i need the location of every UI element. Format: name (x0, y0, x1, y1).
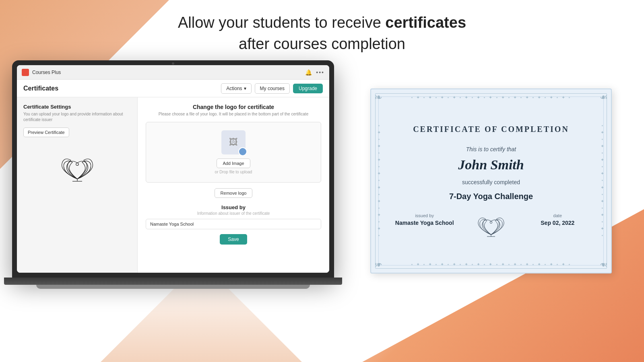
cert-logo-area (458, 213, 524, 237)
certificate-title: CERTIFICATE OF COMPLETION (391, 125, 591, 134)
lotus-icon (61, 152, 93, 184)
app-ui: Courses Plus 🔔 ••• Certificates Actions … (17, 65, 329, 273)
image-icon: 🖼 (229, 137, 238, 148)
toolbar: Certificates Actions ▾ My courses Upgrad… (17, 80, 329, 97)
hero-title: Allow your students to receive certifica… (0, 12, 644, 55)
remove-logo-button[interactable]: Remove logo (215, 188, 253, 198)
cert-top-ornament: ⋆ ✦ ⋆ ✦ ⋆ ✦ ⋆ ✦ ⋆ ✦ ⋆ ✦ ⋆ ✦ ⋆ ✦ ⋆ ✦ ⋆ ✦ … (385, 95, 597, 100)
cert-issued-by-value: Namaste Yoga School (391, 220, 458, 226)
cert-date-section: date Sep 02, 2022 (524, 213, 591, 226)
add-image-button[interactable]: Add Image (217, 158, 250, 168)
hero-text-bold: certificates (385, 14, 466, 31)
issued-by-hint: Information about issuer of the certific… (146, 211, 321, 216)
laptop-shell: Courses Plus 🔔 ••• Certificates Actions … (12, 60, 334, 278)
panel-title: Change the logo for certificate (146, 104, 321, 110)
laptop-base (4, 278, 342, 285)
page-title: Certificates (23, 85, 58, 92)
upgrade-button[interactable]: Upgrade (293, 84, 323, 93)
hero-text-part2: after courses completion (239, 35, 405, 52)
actions-label: Actions (226, 86, 242, 91)
drop-text: or Drop file to upload (215, 170, 252, 174)
certificate-footer: issued by Namaste Yoga School (391, 213, 591, 237)
right-panel: Change the logo for certificate Please c… (138, 97, 329, 273)
actions-button[interactable]: Actions ▾ (221, 83, 251, 94)
sidebar-description: You can upload your logo and provide inf… (23, 111, 131, 123)
certificate-content: CERTIFICATE OF COMPLETION This is to cer… (391, 125, 591, 237)
certificate-preview: ❧ ❧ ❧ ❧ ⋆ ✦ ⋆ ✦ ⋆ ✦ ⋆ ✦ ⋆ ✦ ⋆ ✦ ⋆ ✦ ⋆ ✦ … (370, 88, 612, 274)
cert-left-ornament: ⋆ ✦ ⋆ ✦ ⋆ ✦ ⋆ ✦ ⋆ ✦ ⋆ ✦ ⋆ ✦ ⋆ ✦ ⋆ (377, 103, 382, 259)
certificate-course-name: 7-Day Yoga Challenge (391, 192, 591, 201)
cert-right-ornament: ⋆ ✦ ⋆ ✦ ⋆ ✦ ⋆ ✦ ⋆ ✦ ⋆ ✦ ⋆ ✦ ⋆ ✦ ⋆ (600, 103, 605, 259)
laptop-device: Courses Plus 🔔 ••• Certificates Actions … (12, 60, 342, 310)
bell-icon[interactable]: 🔔 (305, 69, 312, 76)
image-placeholder: 🖼 (221, 130, 246, 154)
cert-ornament-tl: ❧ (374, 93, 382, 102)
cert-issued-by-section: issued by Namaste Yoga School (391, 213, 458, 226)
certificate-card: ❧ ❧ ❧ ❧ ⋆ ✦ ⋆ ✦ ⋆ ✦ ⋆ ✦ ⋆ ✦ ⋆ ✦ ⋆ ✦ ⋆ ✦ … (370, 88, 612, 274)
issued-by-label: Issued by (146, 204, 321, 210)
chevron-down-icon: ▾ (244, 86, 246, 91)
issued-by-input[interactable] (146, 219, 321, 229)
titlebar: Courses Plus 🔔 ••• (17, 65, 329, 80)
upload-area[interactable]: 🖼 Add Image or Drop file to upload (146, 122, 321, 183)
sidebar: Certificate Settings You can upload your… (17, 97, 138, 273)
laptop-screen: Courses Plus 🔔 ••• Certificates Actions … (17, 65, 329, 273)
save-button[interactable]: Save (220, 234, 247, 245)
logo-display-area (23, 152, 131, 184)
cert-issued-by-label: issued by (391, 213, 458, 218)
cert-bottom-ornament: ⋆ ✦ ⋆ ✦ ⋆ ✦ ⋆ ✦ ⋆ ✦ ⋆ ✦ ⋆ ✦ ⋆ ✦ ⋆ ✦ ⋆ ✦ … (385, 262, 597, 267)
panel-subtitle: Please choose a file of your logo. It wi… (146, 112, 321, 116)
main-content: Certificate Settings You can upload your… (17, 97, 329, 273)
laptop-camera (172, 62, 174, 65)
cert-date-label: date (524, 213, 591, 218)
cert-date-value: Sep 02, 2022 (524, 220, 591, 226)
sidebar-section-title: Certificate Settings (23, 104, 131, 110)
titlebar-right: 🔔 ••• (305, 69, 324, 76)
certificate-certify-text: This is to certify that (391, 146, 591, 152)
titlebar-left: Courses Plus (22, 69, 61, 76)
cert-lotus-icon (477, 213, 505, 237)
cert-ornament-tr: ❧ (600, 93, 608, 102)
toolbar-actions: Actions ▾ My courses Upgrade (221, 83, 323, 94)
svg-point-4 (490, 221, 492, 223)
laptop-foot (36, 285, 310, 289)
cert-ornament-bl: ❧ (374, 260, 382, 269)
certificate-completed-text: successfully completed (391, 179, 591, 185)
app-icon (22, 69, 29, 76)
hero-text-part1: Allow your students to receive (178, 14, 385, 31)
certificate-student-name: John Smith (391, 157, 591, 173)
issued-by-section: Issued by Information about issuer of th… (146, 204, 321, 216)
cert-ornament-br: ❧ (600, 260, 608, 269)
app-name-label: Courses Plus (32, 70, 61, 75)
my-courses-button[interactable]: My courses (255, 83, 290, 94)
svg-point-0 (76, 163, 78, 165)
more-options-icon[interactable]: ••• (316, 69, 324, 76)
preview-certificate-button[interactable]: Preview Certificate (23, 128, 69, 137)
